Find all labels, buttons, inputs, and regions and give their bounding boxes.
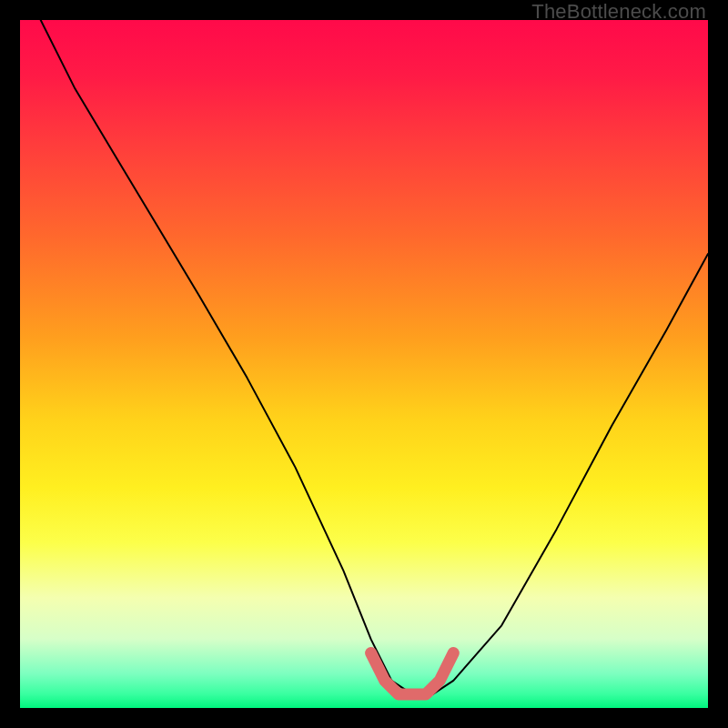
chart-svg (20, 20, 708, 708)
bottleneck-curve-path (41, 20, 708, 694)
chart-frame: TheBottleneck.com (0, 0, 728, 728)
plot-area (20, 20, 708, 708)
